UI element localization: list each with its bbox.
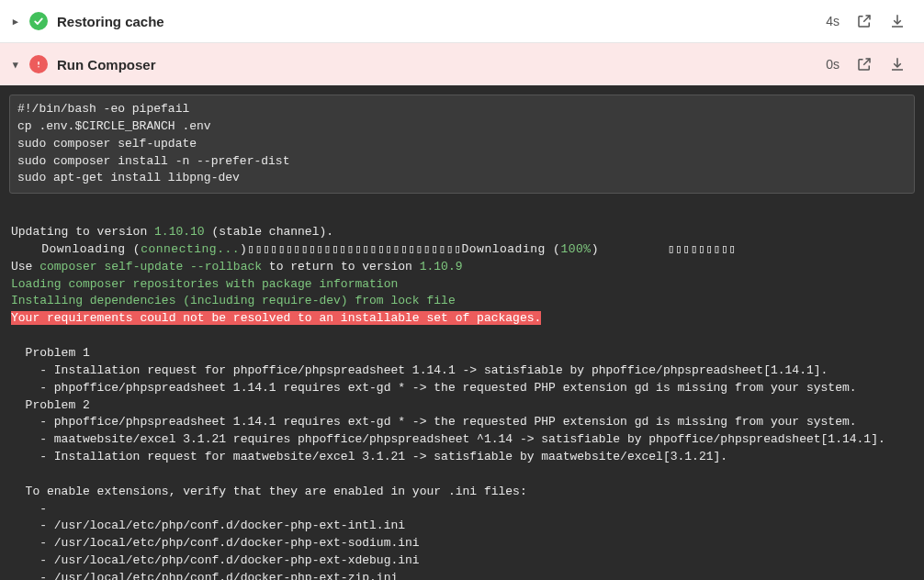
log-line: Updating to version 1.10.10 (stable chan… (0, 224, 924, 241)
log-line: - /usr/local/etc/php/conf.d/docker-php-e… (0, 570, 924, 580)
log-line: Loading composer repositories with packa… (0, 276, 924, 294)
log-line: - Installation request for phpoffice/php… (0, 362, 924, 380)
log-error-line: Your requirements could not be resolved … (0, 310, 924, 328)
log-line (0, 206, 924, 224)
log-line: - maatwebsite/excel 3.1.21 requires phpo… (0, 431, 924, 449)
open-external-icon[interactable] (852, 9, 876, 33)
step-header[interactable]: ▸ Restoring cache 4s (0, 0, 924, 42)
open-external-icon[interactable] (852, 52, 876, 76)
status-success-icon (29, 12, 48, 30)
step-duration: 4s (826, 14, 839, 28)
cmd-line: cp .env.$CIRCLE_BRANCH .env (17, 118, 907, 136)
cmd-line: sudo apt-get install libpng-dev (17, 170, 907, 187)
log-line: - /usr/local/etc/php/conf.d/docker-php-e… (0, 535, 924, 552)
log-line: - (0, 501, 924, 519)
log-line: - Installation request for maatwebsite/e… (0, 449, 924, 466)
log-line: - /usr/local/etc/php/conf.d/docker-php-e… (0, 552, 924, 570)
step-run-composer: ▾ Run Composer 0s #!/bin/bash -eo pipefa… (0, 43, 924, 580)
command-block: #!/bin/bash -eo pipefail cp .env.$CIRCLE… (9, 95, 915, 194)
svg-rect-1 (38, 61, 39, 65)
terminal-output: #!/bin/bash -eo pipefail cp .env.$CIRCLE… (0, 85, 924, 580)
step-header[interactable]: ▾ Run Composer 0s (0, 43, 924, 85)
cmd-line: sudo composer self-update (17, 136, 907, 153)
log-line (0, 328, 924, 345)
step-duration: 0s (826, 57, 839, 72)
cmd-line: sudo composer install -n --prefer-dist (17, 153, 907, 171)
download-icon[interactable] (885, 9, 909, 33)
log-line: Problem 1 (0, 345, 924, 362)
log-line: Downloading (connecting...)▯▯▯▯▯▯▯▯▯▯▯▯▯… (0, 241, 924, 259)
log-line: - phpoffice/phpspreadsheet 1.14.1 requir… (0, 380, 924, 397)
svg-rect-2 (38, 66, 39, 68)
status-failed-icon (29, 55, 48, 73)
log-line: - /usr/local/etc/php/conf.d/docker-php-e… (0, 518, 924, 535)
chevron-down-icon: ▾ (11, 59, 20, 71)
cmd-line: #!/bin/bash -eo pipefail (17, 101, 907, 118)
log-line: - phpoffice/phpspreadsheet 1.14.1 requir… (0, 414, 924, 431)
log-line: Use composer self-update --rollback to r… (0, 259, 924, 276)
download-icon[interactable] (885, 52, 909, 76)
step-title: Restoring cache (57, 14, 817, 29)
log-line: Installing dependencies (including requi… (0, 293, 924, 310)
log-line (0, 466, 924, 484)
chevron-right-icon: ▸ (11, 16, 20, 28)
step-title: Run Composer (57, 57, 817, 72)
step-restoring-cache: ▸ Restoring cache 4s (0, 0, 924, 43)
log-line: Problem 2 (0, 397, 924, 415)
log-line: To enable extensions, verify that they a… (0, 484, 924, 501)
